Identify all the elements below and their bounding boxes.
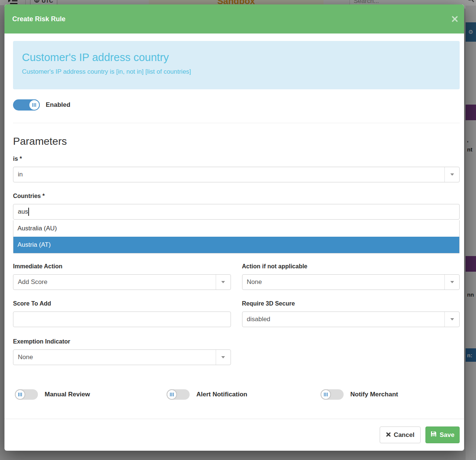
section-divider [13, 123, 460, 123]
select-caret-button[interactable] [444, 167, 459, 182]
countries-input-value: aus [18, 208, 28, 215]
save-floppy-icon [431, 431, 437, 439]
action-if-not-applicable-value: None [247, 278, 262, 286]
create-risk-rule-modal: Create Risk Rule Customer's IP address c… [4, 4, 464, 451]
countries-input[interactable]: aus [13, 204, 460, 220]
toggle-knob [29, 99, 40, 111]
require-3d-secure-field: Require 3D Secure disabled [242, 290, 460, 327]
suggestion-australia[interactable]: Australia (AU) [13, 220, 459, 237]
toggle-knob [167, 389, 177, 400]
rule-name: Customer's IP address country [22, 51, 451, 64]
cancel-x-icon [386, 431, 391, 439]
chevron-down-icon [450, 173, 454, 176]
is-field-label: is * [13, 156, 460, 162]
notify-merchant-toggle[interactable] [321, 389, 344, 400]
action-if-not-applicable-label: Action if not applicable [242, 263, 460, 269]
modal-footer: Cancel Save [4, 419, 464, 451]
chevron-down-icon [221, 281, 225, 283]
exemption-indicator-value: None [18, 354, 33, 361]
enabled-toggle-label: Enabled [46, 101, 70, 109]
modal-title: Create Risk Rule [12, 15, 65, 23]
score-to-add-label: Score To Add [13, 300, 231, 307]
action-if-not-applicable-select[interactable]: None [242, 274, 460, 290]
countries-field-label: Countries * [13, 193, 460, 199]
select-caret-button[interactable] [216, 275, 231, 290]
alert-notification-label: Alert Notification [196, 391, 247, 398]
chevron-down-icon [450, 281, 454, 283]
countries-suggestions-list: Australia (AU) Austria (AT) [13, 220, 460, 253]
rule-info-box: Customer's IP address country Customer's… [13, 41, 460, 89]
exemption-indicator-select[interactable]: None [13, 349, 231, 365]
alert-notification-toggle[interactable] [167, 389, 190, 400]
action-if-not-applicable-field: Action if not applicable None [242, 253, 460, 290]
score-to-add-field: Score To Add [13, 290, 231, 327]
select-caret-button[interactable] [216, 350, 231, 365]
immediate-action-value: Add Score [18, 278, 47, 286]
rule-description: Customer's IP address country is [in, no… [22, 68, 451, 76]
parameters-heading: Parameters [13, 135, 460, 147]
require-3d-secure-select[interactable]: disabled [242, 312, 460, 327]
notification-toggles-row: Manual Review Alert Notification Notify … [13, 389, 460, 400]
score-to-add-input[interactable] [13, 312, 231, 327]
notify-merchant-label: Notify Merchant [350, 391, 398, 398]
modal-body: Customer's IP address country Customer's… [4, 33, 464, 419]
require-3d-secure-label: Require 3D Secure [242, 300, 460, 307]
exemption-indicator-field: Exemption Indicator None [13, 327, 231, 365]
exemption-indicator-label: Exemption Indicator [13, 338, 231, 345]
suggestion-austria[interactable]: Austria (AT) [13, 237, 459, 253]
immediate-action-select[interactable]: Add Score [13, 274, 231, 290]
modal-header: Create Risk Rule [4, 4, 464, 33]
text-cursor [28, 208, 29, 216]
enabled-toggle[interactable] [13, 99, 40, 111]
select-caret-button[interactable] [444, 312, 459, 327]
close-icon[interactable] [451, 15, 459, 23]
select-caret-button[interactable] [444, 275, 459, 290]
toggle-knob [321, 389, 331, 400]
manual-review-label: Manual Review [45, 391, 90, 398]
cancel-button[interactable]: Cancel [380, 427, 421, 443]
toggle-knob [15, 389, 25, 400]
chevron-down-icon [450, 318, 454, 320]
screen: UTC Sandbox Search... ⚙ ' nt [0, 0, 476, 460]
immediate-action-field: Immediate Action Add Score [13, 253, 231, 290]
save-button[interactable]: Save [425, 427, 460, 443]
cancel-button-label: Cancel [394, 431, 415, 439]
manual-review-toggle[interactable] [15, 389, 38, 400]
immediate-action-label: Immediate Action [13, 263, 231, 269]
chevron-down-icon [221, 356, 225, 358]
is-select[interactable]: in [13, 167, 460, 182]
enabled-row: Enabled [13, 99, 460, 111]
require-3d-secure-value: disabled [247, 316, 270, 323]
save-button-label: Save [440, 431, 454, 439]
is-select-value: in [18, 171, 23, 178]
